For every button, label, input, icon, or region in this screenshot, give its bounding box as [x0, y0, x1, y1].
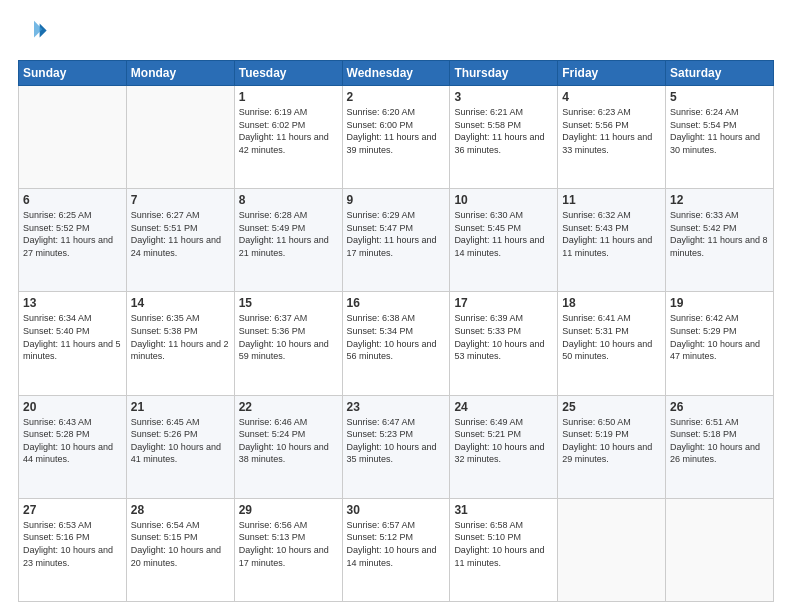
day-number: 6 — [23, 193, 122, 207]
day-number: 12 — [670, 193, 769, 207]
daylight-text: Daylight: 10 hours and 41 minutes. — [131, 441, 230, 466]
weekday-tuesday: Tuesday — [234, 61, 342, 86]
calendar-cell: 8Sunrise: 6:28 AMSunset: 5:49 PMDaylight… — [234, 189, 342, 292]
sunrise-text: Sunrise: 6:38 AM — [347, 312, 446, 325]
sunset-text: Sunset: 5:16 PM — [23, 531, 122, 544]
sunrise-text: Sunrise: 6:50 AM — [562, 416, 661, 429]
day-number: 29 — [239, 503, 338, 517]
sunrise-text: Sunrise: 6:58 AM — [454, 519, 553, 532]
daylight-text: Daylight: 10 hours and 47 minutes. — [670, 338, 769, 363]
calendar-cell: 16Sunrise: 6:38 AMSunset: 5:34 PMDayligh… — [342, 292, 450, 395]
calendar-cell: 26Sunrise: 6:51 AMSunset: 5:18 PMDayligh… — [666, 395, 774, 498]
day-number: 18 — [562, 296, 661, 310]
day-info: Sunrise: 6:38 AMSunset: 5:34 PMDaylight:… — [347, 312, 446, 362]
day-number: 11 — [562, 193, 661, 207]
day-number: 16 — [347, 296, 446, 310]
sunset-text: Sunset: 5:15 PM — [131, 531, 230, 544]
day-info: Sunrise: 6:32 AMSunset: 5:43 PMDaylight:… — [562, 209, 661, 259]
day-number: 9 — [347, 193, 446, 207]
calendar-week-row: 13Sunrise: 6:34 AMSunset: 5:40 PMDayligh… — [19, 292, 774, 395]
sunrise-text: Sunrise: 6:20 AM — [347, 106, 446, 119]
sunset-text: Sunset: 5:21 PM — [454, 428, 553, 441]
weekday-monday: Monday — [126, 61, 234, 86]
sunset-text: Sunset: 5:24 PM — [239, 428, 338, 441]
day-info: Sunrise: 6:27 AMSunset: 5:51 PMDaylight:… — [131, 209, 230, 259]
sunrise-text: Sunrise: 6:56 AM — [239, 519, 338, 532]
calendar-cell: 5Sunrise: 6:24 AMSunset: 5:54 PMDaylight… — [666, 86, 774, 189]
daylight-text: Daylight: 11 hours and 2 minutes. — [131, 338, 230, 363]
day-info: Sunrise: 6:41 AMSunset: 5:31 PMDaylight:… — [562, 312, 661, 362]
sunset-text: Sunset: 5:52 PM — [23, 222, 122, 235]
calendar-cell: 28Sunrise: 6:54 AMSunset: 5:15 PMDayligh… — [126, 498, 234, 601]
calendar-cell: 11Sunrise: 6:32 AMSunset: 5:43 PMDayligh… — [558, 189, 666, 292]
sunset-text: Sunset: 6:00 PM — [347, 119, 446, 132]
day-info: Sunrise: 6:47 AMSunset: 5:23 PMDaylight:… — [347, 416, 446, 466]
daylight-text: Daylight: 10 hours and 50 minutes. — [562, 338, 661, 363]
daylight-text: Daylight: 11 hours and 8 minutes. — [670, 234, 769, 259]
calendar-week-row: 6Sunrise: 6:25 AMSunset: 5:52 PMDaylight… — [19, 189, 774, 292]
calendar-cell: 29Sunrise: 6:56 AMSunset: 5:13 PMDayligh… — [234, 498, 342, 601]
calendar-header-row: Sunday Monday Tuesday Wednesday Thursday… — [19, 61, 774, 86]
sunrise-text: Sunrise: 6:19 AM — [239, 106, 338, 119]
day-number: 17 — [454, 296, 553, 310]
day-info: Sunrise: 6:21 AMSunset: 5:58 PMDaylight:… — [454, 106, 553, 156]
sunset-text: Sunset: 5:31 PM — [562, 325, 661, 338]
day-number: 19 — [670, 296, 769, 310]
sunset-text: Sunset: 5:42 PM — [670, 222, 769, 235]
sunrise-text: Sunrise: 6:45 AM — [131, 416, 230, 429]
sunset-text: Sunset: 5:40 PM — [23, 325, 122, 338]
daylight-text: Daylight: 11 hours and 42 minutes. — [239, 131, 338, 156]
day-number: 22 — [239, 400, 338, 414]
day-number: 26 — [670, 400, 769, 414]
daylight-text: Daylight: 11 hours and 14 minutes. — [454, 234, 553, 259]
day-info: Sunrise: 6:56 AMSunset: 5:13 PMDaylight:… — [239, 519, 338, 569]
sunset-text: Sunset: 5:13 PM — [239, 531, 338, 544]
weekday-thursday: Thursday — [450, 61, 558, 86]
sunset-text: Sunset: 5:38 PM — [131, 325, 230, 338]
day-number: 5 — [670, 90, 769, 104]
sunrise-text: Sunrise: 6:29 AM — [347, 209, 446, 222]
sunrise-text: Sunrise: 6:35 AM — [131, 312, 230, 325]
calendar-cell: 14Sunrise: 6:35 AMSunset: 5:38 PMDayligh… — [126, 292, 234, 395]
daylight-text: Daylight: 10 hours and 17 minutes. — [239, 544, 338, 569]
day-info: Sunrise: 6:33 AMSunset: 5:42 PMDaylight:… — [670, 209, 769, 259]
day-info: Sunrise: 6:51 AMSunset: 5:18 PMDaylight:… — [670, 416, 769, 466]
sunrise-text: Sunrise: 6:57 AM — [347, 519, 446, 532]
sunrise-text: Sunrise: 6:53 AM — [23, 519, 122, 532]
day-info: Sunrise: 6:24 AMSunset: 5:54 PMDaylight:… — [670, 106, 769, 156]
daylight-text: Daylight: 11 hours and 24 minutes. — [131, 234, 230, 259]
day-info: Sunrise: 6:58 AMSunset: 5:10 PMDaylight:… — [454, 519, 553, 569]
day-info: Sunrise: 6:35 AMSunset: 5:38 PMDaylight:… — [131, 312, 230, 362]
day-info: Sunrise: 6:19 AMSunset: 6:02 PMDaylight:… — [239, 106, 338, 156]
calendar-cell: 12Sunrise: 6:33 AMSunset: 5:42 PMDayligh… — [666, 189, 774, 292]
weekday-friday: Friday — [558, 61, 666, 86]
calendar-cell: 31Sunrise: 6:58 AMSunset: 5:10 PMDayligh… — [450, 498, 558, 601]
day-number: 10 — [454, 193, 553, 207]
day-number: 27 — [23, 503, 122, 517]
daylight-text: Daylight: 10 hours and 59 minutes. — [239, 338, 338, 363]
daylight-text: Daylight: 11 hours and 21 minutes. — [239, 234, 338, 259]
sunrise-text: Sunrise: 6:32 AM — [562, 209, 661, 222]
calendar-cell: 9Sunrise: 6:29 AMSunset: 5:47 PMDaylight… — [342, 189, 450, 292]
sunset-text: Sunset: 5:47 PM — [347, 222, 446, 235]
day-number: 7 — [131, 193, 230, 207]
daylight-text: Daylight: 11 hours and 36 minutes. — [454, 131, 553, 156]
sunrise-text: Sunrise: 6:41 AM — [562, 312, 661, 325]
sunrise-text: Sunrise: 6:47 AM — [347, 416, 446, 429]
daylight-text: Daylight: 10 hours and 20 minutes. — [131, 544, 230, 569]
weekday-wednesday: Wednesday — [342, 61, 450, 86]
day-info: Sunrise: 6:46 AMSunset: 5:24 PMDaylight:… — [239, 416, 338, 466]
sunrise-text: Sunrise: 6:54 AM — [131, 519, 230, 532]
day-info: Sunrise: 6:45 AMSunset: 5:26 PMDaylight:… — [131, 416, 230, 466]
calendar-cell: 7Sunrise: 6:27 AMSunset: 5:51 PMDaylight… — [126, 189, 234, 292]
logo — [18, 18, 48, 50]
calendar-cell: 25Sunrise: 6:50 AMSunset: 5:19 PMDayligh… — [558, 395, 666, 498]
sunrise-text: Sunrise: 6:51 AM — [670, 416, 769, 429]
day-info: Sunrise: 6:39 AMSunset: 5:33 PMDaylight:… — [454, 312, 553, 362]
page-header — [18, 18, 774, 50]
calendar-cell: 21Sunrise: 6:45 AMSunset: 5:26 PMDayligh… — [126, 395, 234, 498]
weekday-sunday: Sunday — [19, 61, 127, 86]
sunset-text: Sunset: 5:49 PM — [239, 222, 338, 235]
sunrise-text: Sunrise: 6:21 AM — [454, 106, 553, 119]
calendar-cell: 2Sunrise: 6:20 AMSunset: 6:00 PMDaylight… — [342, 86, 450, 189]
